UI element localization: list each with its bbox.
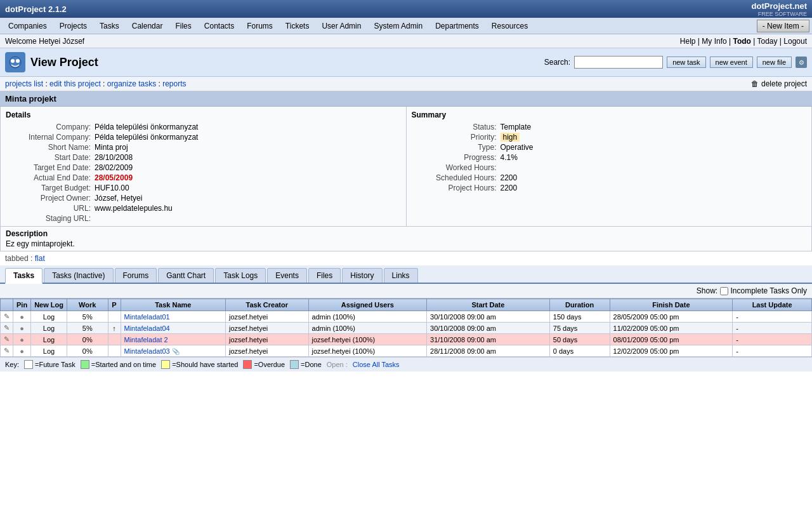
key-done: =Done (290, 360, 322, 369)
startdate-cell: 30/10/2008 09:00 am (427, 323, 550, 334)
priority-cell (108, 345, 121, 357)
project-title-bar: Minta projekt (0, 91, 812, 107)
key-should-have-started: =Should have started (161, 360, 238, 369)
lastupdate-cell: - (733, 323, 812, 334)
tab-tasks-inactive-[interactable]: Tasks (Inactive) (44, 268, 113, 283)
delete-project-button[interactable]: 🗑 delete project (751, 79, 807, 88)
edit-icon[interactable]: ✎ (4, 312, 10, 320)
close-all-tasks-link[interactable]: Close All Tasks (353, 361, 400, 368)
circle-icon: ● (20, 347, 24, 355)
show-incomplete-row: Show: Incomplete Tasks Only (0, 284, 812, 298)
task-tbody: ✎●Log5%Mintafeladat01jozsef.hetyeiadmin … (1, 311, 812, 357)
col-taskname[interactable]: Task Name (121, 299, 226, 311)
tabbed-text: tabbed : (5, 254, 35, 263)
tabs-bar: TasksTasks (Inactive)ForumsGantt ChartTa… (0, 265, 812, 284)
detail-staging-url: Staging URL: (1, 213, 406, 224)
col-taskcreator[interactable]: Task Creator (226, 299, 308, 311)
edit-icon[interactable]: ✎ (4, 335, 10, 343)
col-duration[interactable]: Duration (549, 299, 610, 311)
col-priority[interactable]: P (108, 299, 121, 311)
new-item-button[interactable]: - New Item - (757, 20, 809, 32)
flat-link[interactable]: flat (35, 254, 45, 263)
nav-link-calendar[interactable]: Calendar (126, 20, 169, 32)
tab-tasks[interactable]: Tasks (5, 268, 43, 284)
edit-cell[interactable]: ✎ (1, 334, 13, 345)
key-overdue: =Overdue (243, 360, 285, 369)
pin-cell[interactable]: ● (13, 345, 31, 357)
table-row: ✎●Log0%Mintafeladat 2jozsef.hetyeijozsef… (1, 334, 812, 345)
edit-icon[interactable]: ✎ (4, 347, 10, 354)
titlebar: dotProject 2.1.2 dotProject.net FREE SOF… (0, 0, 812, 18)
incomplete-tasks-checkbox[interactable] (720, 287, 728, 295)
nav-link-user-admin[interactable]: User Admin (316, 20, 367, 32)
breadcrumb-reports[interactable]: reports (162, 79, 186, 88)
duration-cell: 75 days (549, 323, 610, 334)
log-cell[interactable]: Log (31, 345, 67, 357)
summary-progress: Progress: 4.1% (407, 152, 812, 163)
edit-cell[interactable]: ✎ (1, 345, 13, 357)
taskname-cell[interactable]: Mintafeladat04 (121, 323, 226, 334)
pin-cell[interactable]: ● (13, 311, 31, 323)
col-work[interactable]: Work (67, 299, 108, 311)
logout-link[interactable]: Logout (783, 37, 807, 46)
myinfo-link[interactable]: My Info (702, 37, 726, 46)
nav-link-system-admin[interactable]: System Admin (368, 20, 428, 32)
delete-label: delete project (761, 79, 807, 88)
settings-icon[interactable]: ⚙ (796, 57, 807, 68)
pin-cell[interactable]: ● (13, 334, 31, 345)
new-file-button[interactable]: new file (757, 57, 792, 68)
taskname-cell[interactable]: Mintafeladat 2 (121, 334, 226, 345)
welcome-text: Welcome Hetyei József (5, 37, 84, 46)
detail-target-budget: Target Budget: HUF10.00 (1, 183, 406, 193)
header: View Project Search: new task new event … (0, 48, 812, 77)
pin-cell[interactable]: ● (13, 323, 31, 334)
detail-company: Company: Példa települési önkormanyzat (1, 122, 406, 132)
nav-link-tickets[interactable]: Tickets (280, 20, 315, 32)
detail-project-owner: Project Owner: József, Hetyei (1, 193, 406, 203)
nav-link-projects[interactable]: Projects (54, 20, 93, 32)
edit-cell[interactable]: ✎ (1, 323, 13, 334)
search-input[interactable] (574, 56, 663, 69)
tab-files[interactable]: Files (308, 268, 341, 283)
breadcrumb-projects-list[interactable]: projects list (5, 79, 43, 88)
nav-link-companies[interactable]: Companies (3, 20, 53, 32)
new-task-button[interactable]: new task (667, 57, 705, 68)
tab-task-logs[interactable]: Task Logs (215, 268, 266, 283)
breadcrumb-organize-tasks[interactable]: organize tasks (107, 79, 156, 88)
detail-target-end-date: Target End Date: 28/02/2009 (1, 163, 406, 173)
col-assignedusers[interactable]: Assigned Users (308, 299, 426, 311)
col-startdate[interactable]: Start Date (427, 299, 550, 311)
breadcrumb-edit-project[interactable]: edit this project (49, 79, 101, 88)
tab-links[interactable]: Links (384, 268, 418, 283)
tab-gantt-chart[interactable]: Gantt Chart (158, 268, 214, 283)
breadcrumb-links: projects list : edit this project : orga… (5, 79, 187, 88)
todo-link[interactable]: Todo (733, 37, 750, 46)
col-finishdate[interactable]: Finish Date (610, 299, 733, 311)
help-link[interactable]: Help (680, 37, 696, 46)
log-cell[interactable]: Log (31, 334, 67, 345)
nav-link-forums[interactable]: Forums (241, 20, 278, 32)
key-started-on-time: =Started and on time (81, 360, 156, 369)
finishdate-cell: 28/05/2009 05:00 pm (610, 311, 733, 323)
nav-link-contacts[interactable]: Contacts (199, 20, 240, 32)
col-newlog[interactable]: New Log (31, 299, 67, 311)
col-lastupdate[interactable]: Last Update (733, 299, 812, 311)
started-on-time-swatch (81, 360, 89, 369)
tab-events[interactable]: Events (267, 268, 307, 283)
log-cell[interactable]: Log (31, 311, 67, 323)
new-event-button[interactable]: new event (710, 57, 753, 68)
tab-history[interactable]: History (342, 268, 382, 283)
nav-link-departments[interactable]: Departments (429, 20, 485, 32)
edit-icon[interactable]: ✎ (4, 324, 10, 331)
today-link[interactable]: Today (757, 37, 777, 46)
edit-cell[interactable]: ✎ (1, 311, 13, 323)
nav-link-resources[interactable]: Resources (486, 20, 534, 32)
nav-link-files[interactable]: Files (169, 20, 197, 32)
taskname-cell[interactable]: Mintafeladat01 (121, 311, 226, 323)
assigned-cell: admin (100%) (308, 311, 426, 323)
col-pin[interactable]: Pin (13, 299, 31, 311)
tab-forums[interactable]: Forums (115, 268, 157, 283)
log-cell[interactable]: Log (31, 323, 67, 334)
taskname-cell[interactable]: Mintafeladat03 📎 (121, 345, 226, 357)
nav-link-tasks[interactable]: Tasks (94, 20, 125, 32)
